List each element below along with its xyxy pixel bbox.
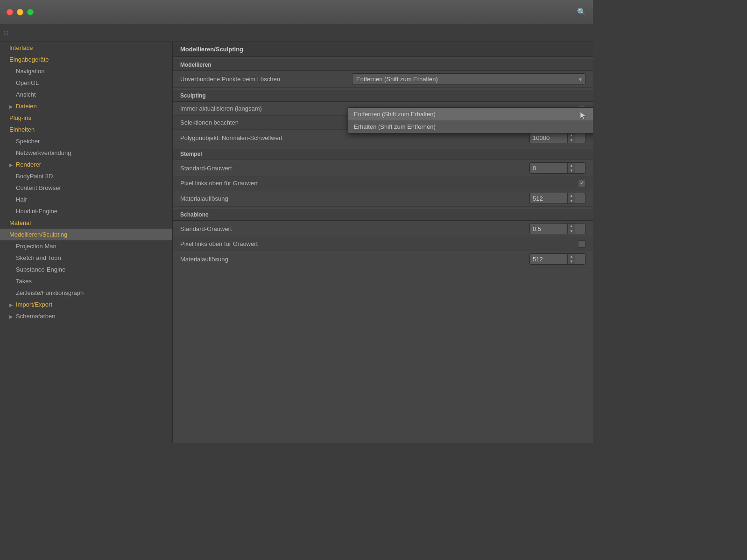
sidebar-label: Navigation: [16, 68, 44, 75]
sidebar-label: Takes: [16, 278, 32, 285]
sidebar-item-ansicht[interactable]: Ansicht: [0, 89, 172, 100]
dropdown-option-0[interactable]: Entfernen (Shift zum Erhalten): [348, 108, 593, 120]
content-area: Modellieren/SculptingModellierenUnverbun…: [173, 42, 593, 443]
dropdown-select[interactable]: Entfernen (Shift zum Erhalten)Erhalten (…: [352, 73, 585, 85]
spinner-down-button[interactable]: ▼: [568, 198, 575, 203]
number-input-wrapper: ▲▼: [529, 193, 585, 204]
settings-row-modellieren-0: Unverbundene Punkte beim LöschenEntferne…: [173, 71, 593, 88]
settings-label: Standard-Grauwert: [180, 225, 529, 232]
sidebar-item-einheiten[interactable]: Einheiten: [0, 124, 172, 135]
sidebar-item-material[interactable]: Material: [0, 217, 172, 229]
sidebar-label: Speicher: [16, 138, 40, 145]
number-input[interactable]: [530, 133, 567, 143]
titlebar: 🔍: [0, 0, 593, 24]
sidebar-item-speicher[interactable]: Speicher: [0, 135, 172, 147]
dropdown-wrapper[interactable]: Entfernen (Shift zum Erhalten)Erhalten (…: [352, 73, 585, 85]
sidebar-label: Dateien: [16, 103, 37, 110]
dropdown-option-1[interactable]: Erhalten (Shift zum Entfernen): [348, 120, 593, 133]
settings-label: Polygonobjekt: Normalen-Schwellwert: [180, 134, 529, 141]
maximize-button[interactable]: [27, 9, 34, 15]
sidebar-label: Content Browser: [16, 184, 61, 191]
minimize-button[interactable]: [17, 9, 23, 15]
sidebar-label: Import/Export: [16, 301, 52, 308]
sidebar-label: Substance-Engine: [16, 266, 65, 273]
sidebar-item-renderer[interactable]: ▶Renderer: [0, 159, 172, 170]
number-input[interactable]: [530, 194, 567, 203]
sidebar-item-hair[interactable]: Hair: [0, 194, 172, 205]
sidebar-label: Schemafarben: [16, 313, 56, 320]
settings-label: Pixel links oben für Grauwert: [180, 180, 578, 187]
spinner-up-button[interactable]: ▲: [568, 193, 575, 198]
sidebar-label: Eingabegeräte: [9, 56, 49, 63]
search-icon[interactable]: 🔍: [577, 7, 586, 16]
traffic-lights: [7, 9, 34, 15]
sidebar-label: Einheiten: [9, 126, 35, 133]
number-input-wrapper: ▲▼: [529, 223, 585, 234]
number-input[interactable]: [530, 163, 567, 173]
settings-row-stempel-2: Materialauflösung▲▼: [173, 190, 593, 207]
sidebar-label: Netzwerkverbindung: [16, 149, 71, 156]
sidebar-item-takes[interactable]: Takes: [0, 275, 172, 287]
dropdown-open-menu[interactable]: Entfernen (Shift zum Erhalten)Erhalten (…: [348, 107, 593, 133]
spinner-up-button[interactable]: ▲: [568, 254, 575, 259]
subsection-header-stempel: Stempel: [173, 148, 593, 160]
settings-row-stempel-1: Pixel links oben für Grauwert: [173, 176, 593, 190]
settings-row-schablone-1: Pixel links oben für Grauwert: [173, 237, 593, 251]
sidebar-item-contentbrowser[interactable]: Content Browser: [0, 182, 172, 194]
sidebar-item-substanceengine[interactable]: Substance-Engine: [0, 264, 172, 275]
sidebar-label: Hair: [16, 196, 27, 203]
number-input[interactable]: [530, 224, 567, 234]
sidebar-item-importexport[interactable]: ▶Import/Export: [0, 299, 172, 310]
number-input-wrapper: ▲▼: [529, 253, 585, 265]
settings-label: Standard-Grauwert: [180, 165, 529, 172]
spinner-down-button[interactable]: ▼: [568, 138, 575, 143]
sidebar-item-projectionman[interactable]: Projection Man: [0, 240, 172, 252]
sidebar-label: Sketch and Toon: [16, 254, 61, 261]
sidebar-item-dateien[interactable]: ▶Dateien: [0, 100, 172, 112]
arrow-icon: ▶: [9, 162, 16, 168]
settings-label: Materialauflösung: [180, 195, 529, 202]
settings-row-stempel-0: Standard-Grauwert▲▼: [173, 160, 593, 176]
sidebar-item-schemafarben[interactable]: ▶Schemafarben: [0, 310, 172, 322]
sidebar-item-houdini[interactable]: Houdini-Engine: [0, 205, 172, 217]
settings-label: Pixel links oben für Grauwert: [180, 240, 578, 247]
settings-label: Materialauflösung: [180, 256, 529, 263]
sidebar-item-navigation[interactable]: Navigation: [0, 65, 172, 77]
spinner-up-button[interactable]: ▲: [568, 163, 575, 168]
sidebar-item-zeitleiste[interactable]: Zeitleiste/Funktionsgraph: [0, 287, 172, 299]
sidebar-item-interface[interactable]: Interface: [0, 42, 172, 54]
arrow-icon: ▶: [9, 314, 16, 319]
sidebar-item-modellieren[interactable]: Modellieren/Sculpting: [0, 229, 172, 240]
subsection-header-sculpting: Sculpting: [173, 90, 593, 102]
arrow-icon: ▶: [9, 104, 16, 109]
page-title: Modellieren/Sculpting: [173, 42, 593, 57]
settings-row-schablone-2: Materialauflösung▲▼: [173, 251, 593, 267]
sidebar-label: Material: [9, 219, 31, 226]
number-input-wrapper: ▲▼: [529, 162, 585, 174]
sidebar-label: BodyPaint 3D: [16, 173, 53, 180]
spinner-down-button[interactable]: ▼: [568, 168, 575, 173]
spinner-down-button[interactable]: ▼: [568, 229, 575, 234]
toolbar: ⁝⁝: [0, 24, 593, 42]
checkbox[interactable]: [578, 240, 585, 248]
sidebar-item-sketchandtoon[interactable]: Sketch and Toon: [0, 252, 172, 264]
sidebar-item-plugins[interactable]: Plug-ins: [0, 112, 172, 124]
sidebar-item-bodypaint[interactable]: BodyPaint 3D: [0, 170, 172, 182]
sidebar-label: Modellieren/Sculpting: [9, 231, 67, 238]
spinner-down-button[interactable]: ▼: [568, 259, 575, 264]
number-input[interactable]: [530, 254, 567, 264]
settings-label: Unverbundene Punkte beim Löschen: [180, 76, 352, 83]
sidebar-item-netzwerk[interactable]: Netzwerkverbindung: [0, 147, 172, 159]
main-layout: InterfaceEingabegeräteNavigationOpenGLAn…: [0, 42, 593, 443]
sidebar-label: OpenGL: [16, 79, 39, 86]
sidebar: InterfaceEingabegeräteNavigationOpenGLAn…: [0, 42, 173, 443]
sidebar-label: Houdini-Engine: [16, 208, 57, 215]
checkbox[interactable]: [578, 180, 585, 187]
sidebar-item-opengl[interactable]: OpenGL: [0, 77, 172, 89]
sidebar-label: Projection Man: [16, 243, 56, 250]
close-button[interactable]: [7, 9, 13, 15]
sidebar-label: Zeitleiste/Funktionsgraph: [16, 289, 84, 296]
spinner-up-button[interactable]: ▲: [568, 224, 575, 229]
sidebar-item-eingabegeraete[interactable]: Eingabegeräte: [0, 54, 172, 65]
sidebar-label: Interface: [9, 44, 33, 51]
